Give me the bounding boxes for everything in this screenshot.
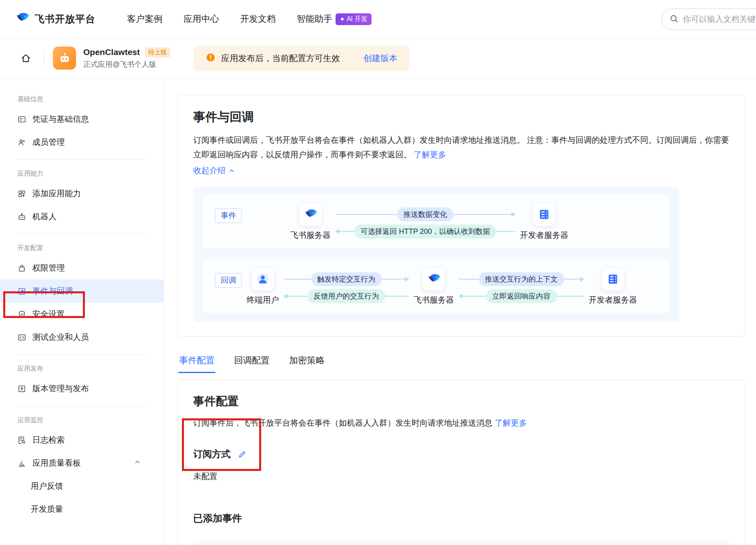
events-callbacks-intro-card: 事件与回调 订阅事件或回调后，飞书开放平台将会在事件（如机器人入群）发生时向请求… bbox=[177, 95, 745, 337]
app-status-badge: 待上线 bbox=[145, 47, 170, 57]
server-icon bbox=[532, 203, 556, 226]
top-navbar: 飞书开放平台 客户案例 应用中心 开发文档 智能助手 ✦ AI 开发 bbox=[0, 0, 756, 38]
feishu-logo-icon bbox=[15, 11, 30, 28]
feishu-server-node: 飞书服务器 bbox=[290, 203, 331, 241]
page-title: 事件与回调 bbox=[193, 109, 729, 125]
divider bbox=[15, 234, 148, 234]
doc-search-box[interactable] bbox=[661, 8, 756, 30]
callback-tag: 回调 bbox=[215, 273, 242, 288]
sidebar-item-permissions[interactable]: 权限管理 bbox=[0, 257, 163, 280]
subscription-block: 订阅方式 未配置 bbox=[193, 448, 729, 482]
tab-callback-config[interactable]: 回调配置 bbox=[233, 352, 270, 373]
member-icon bbox=[17, 138, 26, 147]
subscription-value: 未配置 bbox=[193, 471, 729, 482]
grid-plus-icon bbox=[17, 189, 26, 198]
dev-server-node: 开发者服务器 bbox=[520, 203, 568, 241]
sidebar-item-security[interactable]: 安全设置 bbox=[0, 303, 163, 326]
respond-arrow: 立即返回响应内容 bbox=[459, 290, 584, 302]
config-tabs: 事件配置 回调配置 加密策略 bbox=[178, 352, 745, 373]
sidebar-item-user-feedback[interactable]: 用户反馈 bbox=[0, 475, 163, 498]
trigger-arrow: 触发特定交互行为 bbox=[284, 273, 409, 285]
tab-event-config[interactable]: 事件配置 bbox=[178, 352, 215, 373]
divider bbox=[15, 406, 148, 406]
section-app-capability: 应用能力 bbox=[17, 170, 163, 178]
section-dev-config: 开发配置 bbox=[17, 244, 163, 252]
code-icon bbox=[17, 333, 26, 342]
context-arrow: 推送交互行为的上下文 bbox=[459, 273, 584, 285]
feishu-logo-icon bbox=[299, 203, 322, 226]
sidebar-item-log-search[interactable]: 日志检索 bbox=[0, 428, 163, 452]
nav-customer-cases[interactable]: 客户案例 bbox=[127, 13, 163, 25]
app-subtitle: 正式应用@飞书个人版 bbox=[83, 59, 170, 69]
create-version-link[interactable]: 创建版本 bbox=[363, 53, 397, 64]
credential-icon bbox=[17, 115, 26, 124]
nav-dev-docs[interactable]: 开发文档 bbox=[240, 13, 276, 25]
nav-app-center[interactable]: 应用中心 bbox=[184, 13, 219, 25]
main-nav: 客户案例 应用中心 开发文档 智能助手 ✦ AI 开发 bbox=[127, 13, 372, 25]
collapse-intro-link[interactable]: 收起介绍 bbox=[193, 165, 729, 176]
page: 飞书开放平台 客户案例 应用中心 开发文档 智能助手 ✦ AI 开发 bbox=[0, 0, 756, 545]
server-icon bbox=[601, 267, 625, 291]
sparkle-icon: ✦ bbox=[340, 15, 345, 23]
app-name: OpenClawtest bbox=[83, 47, 140, 57]
feedback-arrow: 反馈用户的交互行为 bbox=[284, 290, 409, 302]
tab-encryption-policy[interactable]: 加密策略 bbox=[288, 352, 325, 373]
search-icon bbox=[669, 14, 679, 25]
home-icon bbox=[20, 53, 32, 64]
feishu-logo-brand[interactable]: 飞书开放平台 bbox=[15, 11, 95, 28]
subscription-label: 订阅方式 bbox=[193, 448, 230, 460]
robot-icon bbox=[17, 212, 26, 221]
sidebar-item-events-callbacks[interactable]: 事件与回调 bbox=[0, 280, 163, 303]
shield-icon bbox=[17, 310, 26, 319]
event-config-description: 订阅事件后，飞书开放平台将会在事件（如机器人入群）发生时向请求地址推送消息 bbox=[193, 418, 492, 427]
dev-server-node-2: 开发者服务器 bbox=[589, 267, 637, 305]
http-return-arrow: 可选择返回 HTTP 200，以确认收到数据 bbox=[336, 225, 515, 238]
edit-subscription-button[interactable] bbox=[236, 448, 248, 460]
divider bbox=[44, 51, 44, 65]
event-tag: 事件 bbox=[215, 208, 242, 223]
learn-more-link-2[interactable]: 了解更多 bbox=[495, 418, 527, 427]
section-basic-info: 基础信息 bbox=[17, 95, 163, 104]
publish-warning-banner: 应用发布后，当前配置方可生效 创建版本 bbox=[194, 46, 410, 71]
ai-dev-badge: ✦ AI 开发 bbox=[336, 13, 372, 25]
permission-bag-icon bbox=[17, 264, 26, 273]
feishu-logo-icon bbox=[422, 267, 446, 291]
sidebar-item-quality-board[interactable]: 应用质量看板 bbox=[0, 452, 163, 475]
learn-more-link[interactable]: 了解更多 bbox=[414, 150, 446, 159]
chevron-up-icon bbox=[228, 167, 235, 174]
nav-ai-assistant[interactable]: 智能助手 bbox=[297, 13, 332, 25]
diagram-event-row: 事件 飞书服务器 bbox=[203, 195, 669, 249]
app-info: OpenClawtest 待上线 正式应用@飞书个人版 bbox=[83, 47, 170, 69]
event-config-title: 事件配置 bbox=[193, 394, 729, 409]
added-events-title: 已添加事件 bbox=[193, 512, 729, 525]
feishu-server-node-2: 飞书服务器 bbox=[414, 267, 454, 305]
sidebar-item-version-release[interactable]: 版本管理与发布 bbox=[0, 377, 163, 400]
event-callback-diagram: 事件 飞书服务器 bbox=[193, 187, 679, 322]
event-callback-icon bbox=[17, 287, 26, 296]
divider bbox=[15, 354, 148, 355]
sidebar-item-test-org[interactable]: 测试企业和人员 bbox=[0, 326, 163, 349]
robot-avatar-icon bbox=[57, 50, 73, 66]
home-button[interactable] bbox=[17, 49, 35, 67]
intro-description: 订阅事件或回调后，飞书开放平台将会在事件（如机器人入群）发生时向请求地址推送消息… bbox=[193, 136, 729, 159]
events-table-header: 事件名称 订阅类型 ? 所需权限（开通以下任一权限即可） bbox=[193, 541, 729, 545]
end-user-node: 终端用户 bbox=[247, 267, 279, 305]
sidebar-item-add-capability[interactable]: 添加应用能力 bbox=[0, 182, 163, 205]
diagram-callback-row: 回调 终端用户 bbox=[203, 259, 669, 314]
banner-text: 应用发布后，当前配置方可生效 bbox=[221, 53, 340, 64]
event-config-card: 事件配置 订阅事件后，飞书开放平台将会在事件（如机器人入群）发生时向请求地址推送… bbox=[177, 380, 745, 545]
sidebar-item-credentials[interactable]: 凭证与基础信息 bbox=[0, 108, 163, 131]
push-data-arrow: 推送数据变化 bbox=[336, 208, 515, 221]
pencil-icon bbox=[238, 450, 247, 459]
chart-icon bbox=[17, 459, 26, 468]
app-avatar[interactable] bbox=[53, 47, 76, 70]
sidebar-item-bot[interactable]: 机器人 bbox=[0, 205, 163, 228]
section-app-release: 应用发布 bbox=[17, 365, 163, 373]
app-header-bar: OpenClawtest 待上线 正式应用@飞书个人版 应用发布后，当前配置方可… bbox=[0, 38, 756, 78]
warning-icon bbox=[206, 53, 215, 64]
log-search-icon bbox=[17, 436, 26, 445]
main-content: 事件与回调 订阅事件或回调后，飞书开放平台将会在事件（如机器人入群）发生时向请求… bbox=[164, 78, 756, 545]
search-input[interactable] bbox=[683, 15, 756, 24]
sidebar-item-dev-quality[interactable]: 开发质量 bbox=[0, 498, 163, 521]
sidebar-item-members[interactable]: 成员管理 bbox=[0, 131, 163, 154]
